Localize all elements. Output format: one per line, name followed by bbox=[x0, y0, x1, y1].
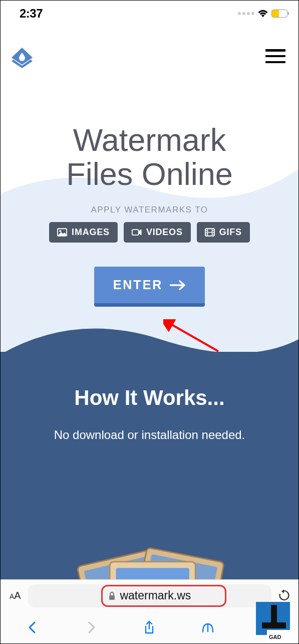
chip-gifs-label: GIFS bbox=[219, 227, 242, 238]
share-button[interactable] bbox=[142, 620, 156, 634]
enter-button[interactable]: ENTER bbox=[94, 267, 205, 307]
url-field[interactable]: watermark.ws bbox=[28, 584, 271, 607]
chip-videos-label: VIDEOS bbox=[146, 227, 183, 238]
how-subtitle: No download or installation needed. bbox=[1, 428, 298, 442]
chip-gifs-button[interactable]: GIFS bbox=[197, 222, 250, 243]
apply-label: APPLY WATERMARKS TO bbox=[1, 205, 298, 215]
site-header bbox=[1, 25, 298, 69]
image-icon bbox=[57, 228, 67, 237]
bookmarks-button[interactable] bbox=[201, 620, 215, 634]
wifi-icon bbox=[257, 9, 268, 18]
svg-rect-2 bbox=[132, 230, 139, 235]
hero-section: Watermark Files Online APPLY WATERMARKS … bbox=[1, 69, 298, 307]
enter-button-label: ENTER bbox=[113, 278, 163, 292]
status-icons bbox=[238, 9, 287, 18]
svg-text:GAD: GAD bbox=[269, 634, 281, 640]
nav-forward-button[interactable] bbox=[84, 620, 98, 634]
film-icon bbox=[205, 228, 215, 237]
brand-corner-icon: GAD bbox=[256, 602, 298, 643]
how-it-works-section: How It Works... No download or installat… bbox=[1, 352, 298, 612]
arrow-right-icon bbox=[170, 280, 186, 290]
chip-images-label: IMAGES bbox=[72, 227, 110, 238]
status-time: 2:37 bbox=[20, 7, 43, 21]
svg-rect-19 bbox=[262, 622, 286, 628]
how-title: How It Works... bbox=[1, 386, 298, 410]
status-bar: 2:37 bbox=[1, 1, 298, 25]
video-icon bbox=[132, 228, 142, 237]
menu-button[interactable] bbox=[265, 49, 285, 63]
chip-images-button[interactable]: IMAGES bbox=[49, 222, 118, 243]
url-annotation-highlight bbox=[101, 585, 226, 607]
chip-videos-button[interactable]: VIDEOS bbox=[124, 222, 191, 243]
svg-point-1 bbox=[60, 231, 61, 232]
reload-button[interactable] bbox=[278, 589, 289, 602]
site-logo-icon[interactable] bbox=[10, 44, 35, 69]
text-size-button[interactable]: AA bbox=[10, 590, 21, 601]
cellular-signal-icon bbox=[238, 12, 254, 15]
hero-title-line2: Files Online bbox=[66, 156, 233, 191]
browser-url-bar: AA watermark.ws bbox=[1, 579, 298, 611]
nav-back-button[interactable] bbox=[26, 620, 40, 634]
hero-title-line1: Watermark bbox=[73, 122, 226, 157]
browser-bottom-nav bbox=[1, 611, 298, 643]
chip-row: IMAGES VIDEOS GIFS bbox=[1, 222, 298, 243]
battery-icon bbox=[271, 10, 287, 18]
hero-title: Watermark Files Online bbox=[1, 123, 298, 191]
